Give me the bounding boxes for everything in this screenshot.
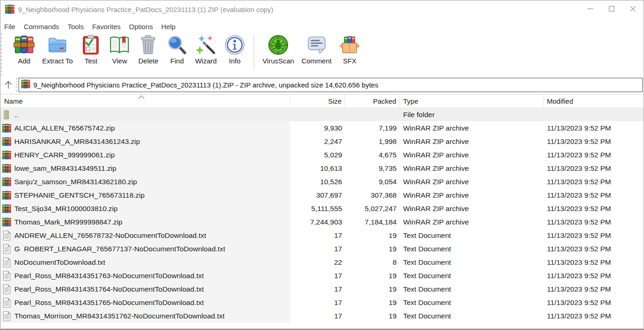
file-packed-cell: 19 <box>345 242 400 255</box>
column-header-modified[interactable]: Modified <box>544 94 644 107</box>
info-button[interactable]: Info <box>220 33 249 65</box>
table-row[interactable]: Pearl_Ross_MR84314351764-NoDocumentToDow… <box>0 282 644 296</box>
maximize-icon <box>608 5 615 14</box>
file-modified-cell: 11/13/2023 9:52 PM <box>544 229 644 242</box>
comment-button[interactable]: Comment <box>298 33 335 65</box>
file-name-cell: Pearl_Ross_MR84314351764-NoDocumentToDow… <box>0 282 290 296</box>
column-header-label: Packed <box>373 97 396 105</box>
table-row[interactable]: STEPHANIE_GENTSCH_765673118.zip307,69730… <box>0 188 644 202</box>
table-row[interactable]: HENRY_CARR_999999061.zip5,0294,675WinRAR… <box>0 148 644 162</box>
minimize-button[interactable] <box>580 0 601 18</box>
find-magnifier-icon <box>166 34 188 56</box>
table-row[interactable]: HARISANKAR_A_MR84314361243.zip2,2471,998… <box>0 135 644 148</box>
maximize-button[interactable] <box>601 0 622 18</box>
extract-to-button[interactable]: Extract To <box>38 33 76 65</box>
file-type-cell: Text Document <box>400 309 544 323</box>
file-packed-cell: 19 <box>345 309 400 323</box>
table-row[interactable]: Thomas_Morrison_MR84314351762-NoDocument… <box>0 309 644 323</box>
folder-icon <box>2 110 11 120</box>
test-button[interactable]: Test <box>76 33 105 65</box>
file-type-cell: Text Document <box>400 282 544 296</box>
menu-item-file[interactable]: File <box>4 21 19 32</box>
minimize-icon <box>587 5 594 14</box>
file-modified-cell: 11/13/2023 9:52 PM <box>544 148 644 162</box>
delete-button[interactable]: Delete <box>134 33 163 65</box>
address-box[interactable]: 9_Neighborhood Physicians Practice_PatDo… <box>19 78 643 92</box>
column-header-size[interactable]: Size <box>290 94 345 107</box>
file-name: .. <box>14 111 19 119</box>
sfx-button[interactable]: SFX <box>335 33 364 65</box>
file-name-cell: lowe_sam_MR84314349511.zip <box>0 162 290 175</box>
text-document-icon <box>2 311 11 321</box>
file-name-cell: Thomas_Morrison_MR84314351762-NoDocument… <box>0 309 290 323</box>
find-button[interactable]: Find <box>163 33 191 65</box>
table-row[interactable]: G ROBERT_LENAGAR_765677137-NoDocumentToD… <box>0 242 644 255</box>
file-name-cell: STEPHANIE_GENTSCH_765673118.zip <box>0 188 290 202</box>
titlebar: 9_Neighborhood Physicians Practice_PatDo… <box>0 0 644 18</box>
toolbar-button-label: SFX <box>343 57 356 65</box>
file-name-cell: ALICIA_ALLEN_765675742.zip <box>0 121 290 135</box>
table-row[interactable]: lowe_sam_MR84314349511.zip10,6139,735Win… <box>0 162 644 175</box>
menu-item-help[interactable]: Help <box>161 21 180 32</box>
toolbar-button-label: Add <box>18 57 31 65</box>
file-type-cell: Text Document <box>400 255 544 269</box>
file-type-cell: File folder <box>400 108 544 121</box>
file-modified-cell: 11/13/2023 9:52 PM <box>544 255 644 269</box>
file-size-cell: 2,247 <box>290 135 345 148</box>
menu-item-tools[interactable]: Tools <box>68 21 88 32</box>
file-modified-cell: 11/13/2023 9:52 PM <box>544 269 644 282</box>
add-button[interactable]: Add <box>10 33 38 65</box>
sort-ascending-icon <box>139 95 144 100</box>
file-size-cell: 17 <box>290 296 345 309</box>
text-document-icon <box>2 298 11 308</box>
table-row[interactable]: ANDREW_ALLEN_765678732-NoDocumentToDownl… <box>0 229 644 242</box>
file-size-cell: 22 <box>290 255 345 269</box>
table-row[interactable]: NoDocumentToDownload.txt228Text Document… <box>0 255 644 269</box>
virusscan-button[interactable]: VirusScan <box>259 33 298 65</box>
file-packed-cell: 4,675 <box>345 148 400 162</box>
file-size-cell: 10,526 <box>290 175 345 188</box>
table-row[interactable]: Thomas_Mark_MR999998847.zip7,244,9037,18… <box>0 215 644 229</box>
column-header-name[interactable]: Name <box>0 94 290 107</box>
file-packed-cell: 5,027,247 <box>345 202 400 215</box>
table-row[interactable]: Pearl_Ross_MR84314351763-NoDocumentToDow… <box>0 269 644 282</box>
file-name: HARISANKAR_A_MR84314361243.zip <box>14 137 140 146</box>
file-name: Pearl_Ross_MR84314351763-NoDocumentToDow… <box>14 272 204 280</box>
file-packed-cell: 8 <box>345 255 400 269</box>
file-size-cell: 10,613 <box>290 162 345 175</box>
toolbar-button-label: VirusScan <box>263 57 294 65</box>
file-type-cell: Text Document <box>400 242 544 255</box>
menu-item-favorites[interactable]: Favorites <box>92 21 125 32</box>
column-header-label: Size <box>328 97 342 105</box>
file-name: G ROBERT_LENAGAR_765677137-NoDocumentToD… <box>14 245 225 253</box>
file-name: STEPHANIE_GENTSCH_765673118.zip <box>14 191 144 199</box>
table-row[interactable]: Test_Sijo34_MR1000003810.zip5,111,5555,0… <box>0 202 644 215</box>
zip-archive-icon <box>2 137 11 147</box>
table-row[interactable]: ..File folder <box>0 108 644 121</box>
wizard-button[interactable]: Wizard <box>191 33 220 65</box>
table-row[interactable]: Sanju'z_samson_MR84314362180.zip10,5269,… <box>0 175 644 188</box>
up-one-level-button[interactable] <box>1 77 15 92</box>
menu-item-commands[interactable]: Commands <box>24 21 63 32</box>
virusscan-bug-icon <box>268 34 289 56</box>
file-type-cell: Text Document <box>400 269 544 282</box>
file-modified-cell: 11/13/2023 9:52 PM <box>544 175 644 188</box>
file-type-cell: WinRAR ZIP archive <box>400 202 544 215</box>
table-row[interactable]: ALICIA_ALLEN_765675742.zip9,9307,199WinR… <box>0 121 644 135</box>
column-header-packed[interactable]: Packed <box>345 94 400 107</box>
zip-archive-icon <box>2 204 11 214</box>
toolbar-button-label: Wizard <box>195 57 217 65</box>
close-button[interactable] <box>622 0 644 18</box>
column-header-type[interactable]: Type <box>400 94 544 107</box>
file-modified-cell: 11/13/2023 9:52 PM <box>544 242 644 255</box>
file-name-cell: ANDREW_ALLEN_765678732-NoDocumentToDownl… <box>0 229 290 242</box>
file-list: ..File folderALICIA_ALLEN_765675742.zip9… <box>0 108 644 329</box>
menu-item-options[interactable]: Options <box>129 21 157 32</box>
table-row[interactable]: Pearl_Ross_MR84314351765-NoDocumentToDow… <box>0 296 644 309</box>
file-name: HENRY_CARR_999999061.zip <box>14 151 115 159</box>
file-modified-cell <box>544 108 644 121</box>
file-packed-cell: 9,735 <box>345 162 400 175</box>
file-modified-cell: 11/13/2023 9:52 PM <box>544 162 644 175</box>
view-button[interactable]: View <box>105 33 134 65</box>
file-type-cell: WinRAR ZIP archive <box>400 121 544 135</box>
